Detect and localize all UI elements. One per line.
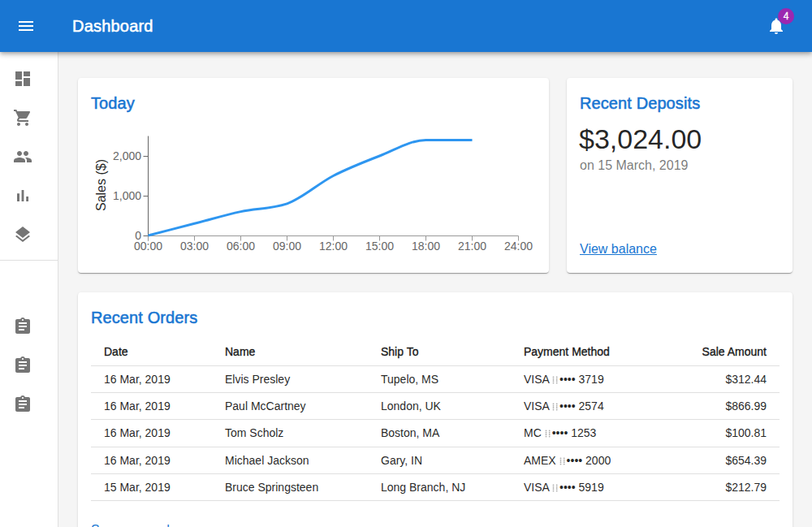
svg-text:06:00: 06:00 <box>227 240 255 253</box>
svg-text:00:00: 00:00 <box>134 240 162 253</box>
svg-text:18:00: 18:00 <box>412 240 440 253</box>
svg-text:2,000: 2,000 <box>113 149 141 162</box>
svg-text:03:00: 03:00 <box>180 240 209 253</box>
svg-text:1,000: 1,000 <box>113 189 141 202</box>
svg-text:12:00: 12:00 <box>319 240 348 253</box>
svg-text:Sales ($): Sales ($) <box>94 159 108 211</box>
svg-text:24:00: 24:00 <box>504 240 533 253</box>
svg-text:09:00: 09:00 <box>273 240 301 253</box>
svg-text:21:00: 21:00 <box>458 240 486 253</box>
svg-text:15:00: 15:00 <box>365 240 394 253</box>
